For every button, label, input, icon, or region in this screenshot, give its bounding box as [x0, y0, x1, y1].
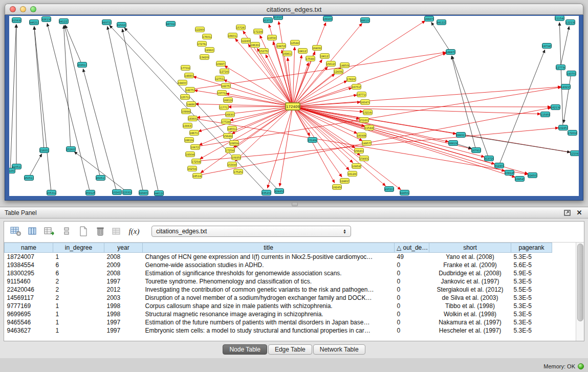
graph-node[interactable]: 1321647: [363, 110, 373, 115]
table-row[interactable]: 1456911722003Disruption of a novel membe…: [5, 294, 552, 302]
column-header-out_de[interactable]: △ out_de…: [395, 243, 429, 253]
graph-node[interactable]: 172409: [285, 102, 300, 111]
graph-node[interactable]: 9310571: [9, 168, 15, 173]
graph-node[interactable]: 1881946: [184, 137, 194, 143]
graph-node[interactable]: 9505135: [24, 175, 34, 181]
graph-node[interactable]: 1621341: [551, 104, 560, 110]
graph-node[interactable]: 1752540: [233, 169, 243, 174]
table-row[interactable]: 1938455462009Genome-wide association stu…: [5, 261, 552, 269]
graph-node[interactable]: 1248151: [340, 178, 350, 184]
graph-node[interactable]: 1683012: [225, 112, 235, 117]
graph-node[interactable]: 9245022: [400, 190, 409, 195]
graph-node[interactable]: 9137221: [263, 17, 273, 23]
graph-node[interactable]: 9244502: [274, 188, 284, 194]
graph-node[interactable]: 9294012: [139, 190, 148, 195]
graph-node[interactable]: 1940077: [178, 80, 187, 85]
graph-node[interactable]: 1024153: [112, 189, 122, 195]
graph-node[interactable]: 1664090: [323, 16, 333, 21]
graph-node[interactable]: 9156301: [12, 17, 21, 23]
table-row[interactable]: 969969511998Structural magnetic resonanc…: [5, 310, 552, 318]
graph-node[interactable]: 1427518: [221, 83, 231, 89]
graph-node[interactable]: 1177135: [219, 104, 229, 110]
graph-node[interactable]: 2233107: [122, 189, 132, 195]
graph-node[interactable]: 1877147: [357, 92, 366, 97]
tab-network-table[interactable]: Network Table: [313, 344, 365, 355]
graph-node[interactable]: 1455129: [227, 126, 237, 132]
graph-node[interactable]: 1867133: [189, 130, 199, 136]
row-height-button[interactable]: [60, 225, 73, 238]
graph-node[interactable]: 9462117: [29, 19, 39, 25]
close-panel-icon[interactable]: ✕: [575, 209, 583, 216]
graph-node[interactable]: 1561291: [326, 61, 336, 67]
function-builder-button[interactable]: f(x): [127, 225, 141, 238]
graph-node[interactable]: 1772401: [221, 119, 231, 124]
graph-node[interactable]: 1773180: [181, 65, 190, 71]
graph-node[interactable]: 1091452: [505, 170, 514, 176]
graph-node[interactable]: 9505131: [96, 175, 105, 181]
graph-node[interactable]: 1675150: [352, 84, 361, 90]
graph-node[interactable]: 1973451: [542, 43, 552, 49]
graph-node[interactable]: 1437014: [567, 71, 576, 76]
graph-node[interactable]: 2160520: [39, 147, 49, 153]
graph-node[interactable]: 1516027: [359, 117, 369, 123]
graph-node[interactable]: 1947202: [276, 43, 286, 49]
table-row[interactable]: 1872400712008Changes of HCN gene express…: [5, 253, 552, 261]
table-row[interactable]: 977716911998Corpus callosum shape and si…: [5, 302, 552, 310]
graph-node[interactable]: 1625441: [187, 166, 197, 171]
graph-node[interactable]: 1527594: [259, 48, 269, 54]
graph-node[interactable]: 1564920: [223, 133, 233, 139]
graph-node[interactable]: 2035170: [77, 62, 87, 68]
graph-node[interactable]: 1154409: [364, 125, 374, 130]
graph-node[interactable]: 1696130: [282, 51, 292, 56]
graph-node[interactable]: 2526050: [66, 146, 76, 152]
show-columns-button[interactable]: [26, 225, 39, 238]
column-header-name[interactable]: name: [5, 243, 53, 253]
graph-node[interactable]: 1936012: [205, 47, 214, 53]
graph-node[interactable]: 1668791: [446, 49, 455, 55]
graph-node[interactable]: 1722408: [253, 29, 263, 34]
graph-node[interactable]: 1961275: [298, 48, 308, 54]
graph-node[interactable]: 1271641: [220, 69, 229, 74]
graph-node[interactable]: 1863044: [250, 42, 260, 48]
graph-node[interactable]: 1254439: [290, 40, 300, 46]
graph-node[interactable]: 1640910: [312, 45, 322, 51]
graph-node[interactable]: 1485083: [340, 62, 350, 68]
graph-node[interactable]: 1275123: [215, 76, 225, 81]
column-header-short[interactable]: short: [429, 243, 511, 253]
graph-node[interactable]: 9124012: [494, 163, 504, 168]
table-row[interactable]: 2242004622012Investigating the contribut…: [5, 286, 552, 294]
graph-node[interactable]: 1530457: [227, 162, 237, 167]
column-header-title[interactable]: title: [143, 243, 395, 253]
import-table-button[interactable]: [111, 225, 124, 238]
graph-node[interactable]: 1924501: [332, 184, 342, 190]
graph-node[interactable]: 9352041: [262, 190, 271, 195]
graph-node[interactable]: 1668794: [424, 16, 434, 21]
graph-node[interactable]: 1760129: [202, 34, 212, 39]
zoom-button[interactable]: [30, 6, 36, 12]
column-header-year[interactable]: year: [104, 243, 143, 253]
table-row[interactable]: 911546021997Tourette syndrome. Phenomeno…: [5, 277, 552, 286]
delete-column-button[interactable]: [94, 225, 107, 238]
column-header-pagerank[interactable]: pagerank: [511, 243, 552, 253]
graph-node[interactable]: 1165479: [267, 35, 277, 40]
graph-node[interactable]: 9372150: [384, 186, 394, 192]
graph-node[interactable]: 1604747: [360, 99, 370, 105]
graph-node[interactable]: 1277341: [556, 64, 565, 70]
graph-node[interactable]: 1660125: [228, 33, 237, 38]
graph-node[interactable]: 1564049: [354, 148, 364, 154]
graph-node[interactable]: 1243927: [334, 69, 343, 74]
graph-node[interactable]: 1851447: [192, 173, 202, 179]
graph-node[interactable]: 2053121: [47, 190, 56, 195]
graph-node[interactable]: 1930407: [185, 151, 195, 157]
graph-node[interactable]: 1495758: [362, 140, 372, 146]
graph-node[interactable]: 1095452: [515, 176, 525, 182]
graph-node[interactable]: 1720165: [568, 130, 577, 136]
graph-node[interactable]: 9137208: [484, 156, 494, 161]
graph-node[interactable]: 1759832: [306, 56, 315, 61]
graph-node[interactable]: 1257126: [180, 94, 190, 100]
graph-node[interactable]: 1224061: [241, 38, 251, 43]
graph-node[interactable]: 1099719: [216, 61, 226, 67]
graph-node[interactable]: 8131074: [273, 16, 283, 20]
graph-node[interactable]: 1782970: [346, 76, 356, 82]
minimize-button[interactable]: [20, 6, 26, 12]
